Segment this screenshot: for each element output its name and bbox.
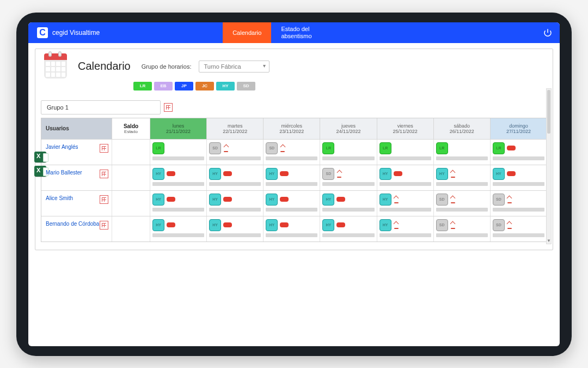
open-datepicker-button[interactable] — [164, 103, 173, 112]
shift-badge[interactable]: SD — [322, 168, 334, 180]
day-cell[interactable]: HY — [150, 165, 207, 190]
shift-badge[interactable]: HY — [266, 168, 278, 180]
shift-badge[interactable]: HY — [152, 194, 164, 206]
shift-badge[interactable]: LR — [436, 142, 448, 154]
progress-track — [266, 233, 317, 237]
shift-badge[interactable]: HY — [436, 168, 448, 180]
day-cell[interactable]: LR — [491, 140, 547, 165]
day-cell[interactable]: HY — [320, 216, 377, 242]
tab-absentismo-l1: Estado del — [281, 26, 311, 32]
status-red-icon — [336, 197, 345, 202]
progress-track — [322, 182, 374, 186]
tab-absentismo[interactable]: Estado del absentismo — [271, 22, 321, 43]
user-link[interactable]: Javier Anglés — [46, 144, 78, 150]
day-cell[interactable]: SD — [320, 165, 377, 190]
col-header-day[interactable]: viernes25/11/2022 — [377, 118, 434, 139]
col-header-day[interactable]: domingo27/11/2022 — [491, 118, 547, 139]
shift-badge[interactable]: SD — [436, 194, 448, 206]
shift-badge[interactable]: HY — [209, 194, 221, 206]
user-calendar-button[interactable] — [100, 170, 108, 178]
day-cell[interactable]: HY — [150, 191, 207, 216]
user-link[interactable]: Alice Smith — [46, 195, 73, 201]
day-cell[interactable]: HY — [207, 165, 264, 190]
legend-chip-eb[interactable]: EB — [154, 82, 173, 91]
tablet-frame: C cegid Visualtime Calendario Estado del… — [16, 13, 572, 356]
shift-badge[interactable]: LR — [152, 142, 164, 154]
shift-badge[interactable]: HY — [209, 168, 221, 180]
group-filter-input[interactable] — [41, 100, 161, 114]
legend-chip-hy[interactable]: HY — [216, 82, 235, 91]
upload-arrow-icon — [394, 221, 399, 229]
day-cell[interactable]: HY — [264, 216, 320, 242]
shift-badge[interactable]: SD — [493, 219, 505, 231]
shift-badge[interactable]: LR — [493, 142, 505, 154]
col-header-day[interactable]: lunes21/11/2022 — [150, 118, 207, 139]
logout-button[interactable] — [536, 22, 560, 43]
shift-badge[interactable]: SD — [493, 194, 505, 206]
tab-calendario[interactable]: Calendario — [223, 22, 271, 43]
day-cell[interactable]: LR — [434, 140, 491, 165]
shift-badge[interactable]: HY — [322, 194, 334, 206]
day-cell[interactable]: LR — [320, 140, 377, 165]
day-cell[interactable]: SD — [264, 140, 320, 165]
day-cell[interactable]: SD — [207, 140, 264, 165]
day-cell[interactable]: HY — [491, 165, 547, 190]
user-calendar-button[interactable] — [100, 195, 108, 204]
shift-badge[interactable]: SD — [436, 219, 448, 231]
shift-badge[interactable]: HY — [493, 168, 505, 180]
day-cell[interactable]: HY — [434, 165, 491, 190]
shift-badge[interactable]: SD — [266, 142, 278, 154]
day-cell[interactable]: SD — [491, 191, 547, 216]
shift-badge[interactable]: HY — [379, 219, 391, 231]
shift-badge[interactable]: LR — [322, 142, 334, 154]
col-header-day[interactable]: sábado26/11/2022 — [434, 118, 491, 139]
shift-badge[interactable]: HY — [209, 219, 221, 231]
schedule-group-select[interactable]: Turno Fábrica — [199, 61, 270, 73]
day-cell[interactable]: LR — [150, 140, 207, 165]
shift-badge[interactable]: SD — [209, 142, 221, 154]
user-link[interactable]: Mario Ballester — [46, 170, 82, 176]
progress-track — [322, 233, 374, 237]
saldo-cell — [112, 140, 150, 165]
day-cell[interactable]: HY — [207, 216, 264, 242]
legend-chip-jp[interactable]: JP — [175, 82, 193, 91]
day-cell[interactable]: SD — [491, 216, 547, 242]
day-cell[interactable]: HY — [150, 216, 207, 242]
legend-chip-sd[interactable]: SD — [237, 82, 255, 91]
shift-badge[interactable]: HY — [266, 219, 278, 231]
day-cell[interactable]: HY — [377, 191, 434, 216]
shift-badge[interactable]: HY — [379, 194, 391, 206]
user-link[interactable]: Bernando de Córdoba — [46, 221, 99, 227]
day-cell[interactable]: HY — [320, 191, 377, 216]
grid-body: Javier AnglésLRSDSDLRLRLRLRMario Ballest… — [41, 140, 547, 242]
col-header-users: Usuarios — [41, 118, 112, 139]
col-header-day[interactable]: martes22/11/2022 — [207, 118, 264, 139]
upload-arrow-icon — [450, 196, 456, 203]
shift-badge[interactable]: HY — [152, 219, 164, 231]
day-cell[interactable]: HY — [264, 165, 320, 190]
legend-chip-jc[interactable]: JC — [195, 82, 214, 91]
shift-badge[interactable]: HY — [266, 194, 278, 206]
app-screen: C cegid Visualtime Calendario Estado del… — [28, 22, 560, 346]
shift-badge[interactable]: LR — [379, 142, 391, 154]
shift-badge[interactable]: HY — [152, 168, 164, 180]
progress-track — [379, 233, 431, 237]
col-header-day[interactable]: jueves24/11/2022 — [320, 118, 377, 139]
shift-badge[interactable]: HY — [379, 168, 391, 180]
day-cell[interactable]: SD — [434, 191, 491, 216]
user-calendar-button[interactable] — [100, 221, 108, 230]
user-calendar-button[interactable] — [100, 144, 108, 153]
day-cell[interactable]: HY — [377, 216, 434, 242]
legend-chip-lr[interactable]: LR — [133, 82, 152, 91]
day-cell[interactable]: HY — [264, 191, 320, 216]
col-header-day[interactable]: miércoles23/11/2022 — [264, 118, 320, 139]
vertical-scrollbar[interactable]: ▲ ▼ — [546, 88, 552, 244]
day-cell[interactable]: LR — [377, 140, 434, 165]
progress-track — [266, 182, 317, 186]
status-red-icon — [223, 171, 232, 176]
shift-badge[interactable]: HY — [322, 219, 334, 231]
day-cell[interactable]: HY — [377, 165, 434, 190]
day-cell[interactable]: SD — [434, 216, 491, 242]
scrollbar-thumb[interactable] — [547, 90, 550, 134]
day-cell[interactable]: HY — [207, 191, 264, 216]
